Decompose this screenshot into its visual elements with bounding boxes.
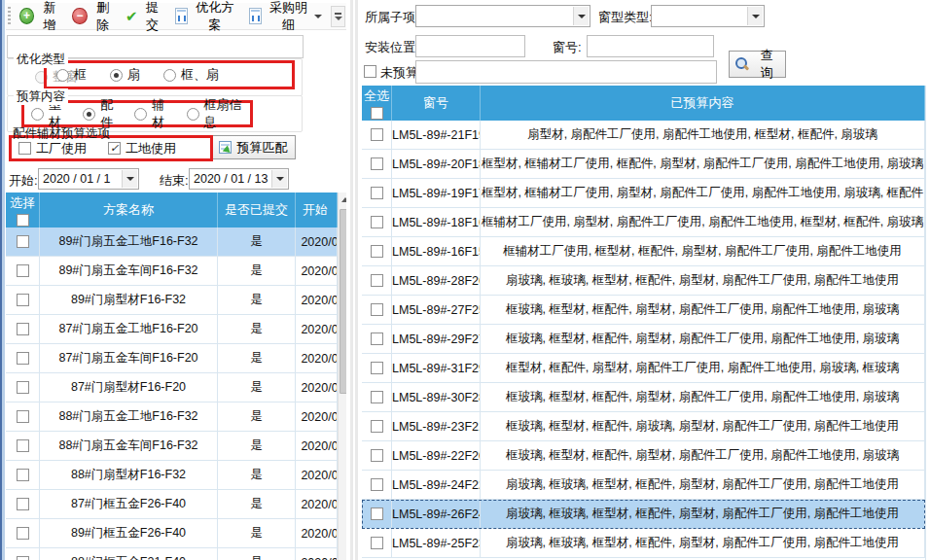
table-cell: 2020/0 (296, 548, 338, 560)
row-checkbox[interactable] (371, 508, 383, 520)
plan-table-row[interactable]: 87#门扇五金车间F16-F20是2020/0 (6, 344, 338, 373)
sub-item-select[interactable] (415, 5, 590, 27)
window-table-row[interactable]: LM5L-89#-16F15框辅材工厂使用, 框型材, 框配件, 扇型材, 扇配… (362, 237, 925, 266)
row-checkbox[interactable] (371, 449, 383, 462)
window-header-no[interactable]: 窗号 (392, 86, 481, 121)
row-checkbox[interactable] (17, 469, 29, 481)
row-checkbox[interactable] (371, 187, 383, 199)
toolbar-overflow-button[interactable] (331, 6, 345, 27)
plan-table-row[interactable]: 88#门扇五金车间F16-F32是2020/0 (6, 432, 338, 461)
row-checkbox[interactable] (371, 391, 383, 403)
row-checkbox[interactable] (371, 274, 383, 287)
window-type-dropdown-icon (747, 7, 763, 25)
plan-table-row[interactable]: 88#门扇型材F16-F32是2020/0 (6, 461, 338, 490)
sub-item-dropdown-icon (573, 7, 589, 25)
checkbox-option-工地使用[interactable]: ✓工地使用 (108, 140, 176, 158)
window-table-row[interactable]: LM5L-89#-27F25框玻璃, 框型材, 框配件, 扇型材, 扇配件工厂使… (362, 296, 925, 325)
add-button[interactable]: + 新增 (17, 0, 64, 36)
window-table-row[interactable]: LM5L-89#-18F16框辅材工厂使用, 扇型材, 扇配件工厂使用, 扇配件… (362, 208, 925, 237)
no-budget-checkbox[interactable] (364, 65, 376, 78)
window-no-input[interactable] (587, 35, 714, 57)
radio-option-辅材[interactable]: 辅材 (134, 96, 174, 131)
plan-header-submitted[interactable]: 是否已提交 (218, 192, 296, 228)
row-checkbox[interactable] (17, 381, 29, 394)
window-header-content[interactable]: 已预算内容 (481, 86, 925, 121)
date-end-picker[interactable]: 2020 / 01 / 13 (189, 168, 289, 190)
toolbar-grip[interactable] (8, 7, 11, 26)
submit-button[interactable]: ✔ 提交 (123, 0, 166, 36)
select-all-checkbox[interactable] (17, 214, 29, 227)
budget-match-button[interactable]: 预算匹配 (210, 135, 296, 159)
option-label: 框、扇 (181, 66, 219, 84)
usage-group-label: 配件辅材预算选项 (10, 125, 113, 142)
plan-table-row[interactable]: 87#门扇型材F16-F20是2020/0 (6, 373, 338, 402)
window-table-row[interactable]: LM5L-89#-20F18框型材, 框辅材工厂使用, 框配件, 扇型材, 扇配… (362, 150, 925, 179)
select-all-checkbox[interactable] (371, 107, 383, 120)
table-cell: LM5L-89#-25F23 (392, 529, 481, 557)
install-pos-input[interactable] (415, 35, 525, 57)
row-checkbox[interactable] (17, 527, 29, 540)
window-table-row[interactable]: LM5L-89#-25F23扇玻璃, 框玻璃, 框型材, 框配件, 扇型材, 扇… (362, 529, 925, 558)
table-cell: 扇玻璃, 框玻璃, 框型材, 框配件, 扇型材, 扇配件工厂使用, 扇配件工地使… (481, 266, 925, 295)
row-checkbox[interactable] (371, 362, 383, 374)
plan-table-row[interactable]: 89#门扇型材F16-F32是2020/0 (6, 286, 338, 315)
radio-option-框[interactable]: 框 (56, 66, 87, 84)
sub-item-label: 所属子项: (365, 9, 419, 26)
row-checkbox[interactable] (17, 439, 29, 452)
plan-table-row[interactable]: 89#门扇五金工地F16-F32是2020/0 (6, 228, 338, 257)
window-table-row[interactable]: LM5L-89#-23F21框玻璃, 框型材, 框配件, 扇玻璃, 扇型材, 扇… (362, 412, 925, 441)
row-checkbox[interactable] (371, 332, 383, 345)
row-checkbox[interactable] (17, 294, 29, 306)
window-table-row[interactable]: LM5L-89#-22F20框玻璃, 框型材, 框配件, 扇型材, 扇配件工厂使… (362, 441, 925, 471)
row-checkbox[interactable] (17, 235, 29, 248)
window-table-row[interactable]: LM5L-89#-26F24扇玻璃, 框玻璃, 框型材, 框配件, 扇型材, 扇… (362, 500, 925, 529)
row-checkbox[interactable] (17, 498, 29, 510)
radio-option-框扇信息[interactable]: 框扇信息 (187, 96, 251, 131)
no-budget-input[interactable] (415, 60, 717, 84)
plan-table-row[interactable]: 89#门扇五金车间F16-F32是2020/0 (6, 257, 338, 286)
window-type-select[interactable] (651, 5, 765, 27)
row-checkbox[interactable] (371, 245, 383, 258)
plan-table-row[interactable]: 88#门框五金F21-F40是2020/0 (6, 548, 338, 560)
radio-option-扇[interactable]: 扇 (110, 66, 140, 84)
row-checkbox[interactable] (17, 556, 29, 560)
row-checkbox[interactable] (371, 537, 383, 549)
checkbox-option-工厂使用[interactable]: 工厂使用 (18, 140, 87, 158)
window-table-row[interactable]: LM5L-89#-31F29框型材, 框配件, 扇型材, 扇配件工厂使用, 扇配… (362, 354, 925, 383)
row-checkbox[interactable] (17, 410, 29, 423)
plan-table-row[interactable]: 89#门框五金F26-F40是2020/0 (6, 519, 338, 548)
panel-splitter[interactable] (346, 0, 362, 560)
window-table-row[interactable]: LM5L-89#-28F26扇玻璃, 框玻璃, 框型材, 框配件, 扇型材, 扇… (362, 266, 925, 296)
row-checkbox[interactable] (371, 303, 383, 316)
window-table-row[interactable]: LM5L-89#-30F28框玻璃, 框型材, 框配件, 扇型材, 扇配件工厂使… (362, 383, 925, 412)
row-checkbox[interactable] (371, 158, 383, 170)
table-cell: 框玻璃, 框型材, 框配件, 扇型材, 扇配件工厂使用, 扇配件工地使用, 扇玻… (481, 296, 925, 324)
opt-type-group-label: 优化类型 (14, 52, 68, 68)
window-table-row[interactable]: LM5L-89#-24F22扇玻璃, 框玻璃, 框型材, 框配件, 扇型材, 扇… (362, 471, 925, 500)
plan-table-row[interactable]: 87#门框五金F26-F40是2020/0 (6, 490, 338, 519)
row-checkbox[interactable] (17, 323, 29, 335)
row-checkbox[interactable] (17, 352, 29, 365)
delete-button[interactable]: − 删除 (69, 0, 117, 36)
radio-option-框、扇[interactable]: 框、扇 (163, 66, 219, 84)
row-checkbox[interactable] (371, 128, 383, 141)
date-start-picker[interactable]: 2020 / 01 / 1 (38, 168, 139, 190)
purchase-detail-button[interactable]: 采购明细 (246, 0, 325, 36)
row-checkbox[interactable] (371, 216, 383, 228)
window-table-row[interactable]: LM5L-89#-19F17框型材, 框辅材工厂使用, 扇型材, 扇配件工厂使用… (362, 179, 925, 208)
row-checkbox[interactable] (17, 264, 29, 277)
optimize-plan-button[interactable]: 优化方案 (172, 0, 240, 36)
plan-header-select[interactable]: 选择 (6, 192, 40, 228)
window-table-row[interactable]: LM5L-89#-21F19扇型材, 扇配件工厂使用, 扇配件工地使用, 框型材… (362, 121, 925, 150)
table-cell: 是 (218, 432, 296, 460)
plan-header-name[interactable]: 方案名称 (40, 192, 218, 228)
plan-table-row[interactable]: 88#门扇五金工地F16-F32是2020/0 (6, 402, 338, 432)
row-checkbox[interactable] (371, 420, 383, 433)
plan-table-row[interactable]: 87#门扇五金工地F16-F20是2020/0 (6, 315, 338, 344)
query-button[interactable]: 查询 (729, 51, 786, 78)
window-header-select-all[interactable]: 全选 (362, 86, 392, 121)
table-cell: 框玻璃, 框型材, 框配件, 扇型材, 扇配件工厂使用, 扇配件工地使用, 扇玻… (481, 325, 925, 353)
row-checkbox[interactable] (371, 478, 383, 491)
window-table-row[interactable]: LM5L-89#-29F27框玻璃, 框型材, 框配件, 扇型材, 扇配件工厂使… (362, 325, 925, 354)
plan-header-start[interactable]: 开始 (296, 192, 338, 228)
